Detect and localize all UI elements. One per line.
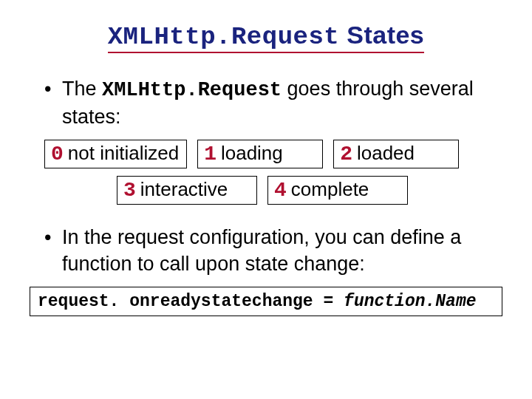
state-label: complete — [291, 178, 369, 201]
state-num: 2 — [340, 143, 352, 166]
code-lhs: request. onreadystatechange = — [38, 292, 344, 311]
bullet-list: The XMLHttp.Request goes through several… — [22, 75, 510, 131]
title-plain-part: States — [339, 21, 424, 49]
state-box-4: 4 complete — [267, 176, 408, 205]
code-box: request. onreadystatechange = function.N… — [30, 287, 502, 316]
slide: XMLHttp.Request States The XMLHttp.Reque… — [0, 0, 532, 399]
title-mono-part: XMLHttp.Request — [108, 23, 340, 51]
bullet1-mono: XMLHttp.Request — [102, 79, 282, 101]
code-function-name: function.Name — [344, 292, 476, 311]
state-box-3: 3 interactive — [117, 176, 257, 205]
state-label: not initialized — [68, 142, 179, 165]
state-box-2: 2 loaded — [333, 140, 459, 168]
state-label: loaded — [357, 142, 415, 165]
bullet-list-2: In the request configuration, you can de… — [22, 224, 510, 278]
state-box-0: 0 not initialized — [44, 140, 187, 168]
states-row-2: 3 interactive 4 complete — [44, 176, 510, 205]
state-label: interactive — [140, 178, 228, 201]
states-row-1: 0 not initialized 1 loading 2 loaded — [44, 140, 510, 168]
bullet1-pre: The — [62, 78, 102, 100]
state-num: 4 — [274, 179, 287, 202]
states-container: 0 not initialized 1 loading 2 loaded 3 i… — [44, 140, 510, 205]
bullet-item-2: In the request configuration, you can de… — [44, 224, 502, 278]
slide-title-text: XMLHttp.Request States — [108, 21, 425, 53]
state-num: 1 — [204, 143, 216, 166]
state-box-1: 1 loading — [197, 140, 323, 168]
state-label: loading — [221, 142, 283, 165]
bullet-item-1: The XMLHttp.Request goes through several… — [44, 75, 502, 131]
slide-title: XMLHttp.Request States — [22, 21, 510, 53]
state-num: 3 — [123, 179, 136, 202]
state-num: 0 — [51, 143, 64, 166]
